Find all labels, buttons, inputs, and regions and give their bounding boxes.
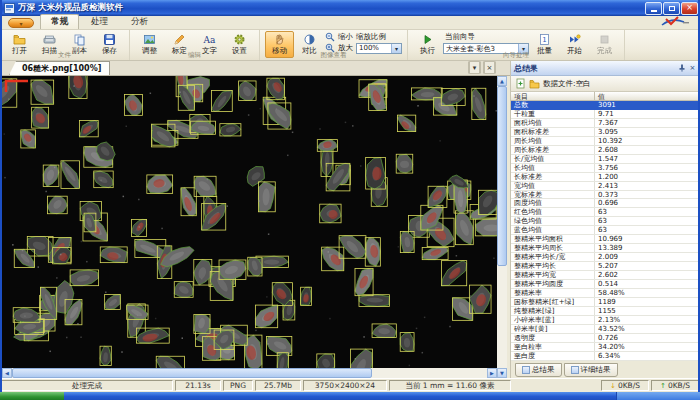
table-row[interactable]: 整精米率58.48% xyxy=(511,289,700,298)
scroll-left-icon[interactable]: ◀ xyxy=(2,368,12,378)
upload-speed: 0KB/S xyxy=(668,381,690,390)
row-item-value: 43.52% xyxy=(595,325,700,333)
table-row[interactable]: 透明度0.726 xyxy=(511,334,700,343)
table-row[interactable]: 宽均值2.413 xyxy=(511,182,700,191)
table-row[interactable]: 小碎米率[蓝]2.13% xyxy=(511,316,700,325)
tab-process[interactable]: 处理 xyxy=(80,14,119,29)
start-button-strip[interactable] xyxy=(0,392,64,400)
download-arrow-icon: ↓ xyxy=(610,382,616,390)
taskbar-strip[interactable] xyxy=(64,392,616,400)
table-row[interactable]: 国标整精米[红+绿]1189 xyxy=(511,298,700,307)
table-row[interactable]: 整精米平均面积10.969 xyxy=(511,235,700,244)
table-row[interactable]: 长标准差1.200 xyxy=(511,173,700,182)
table-row[interactable]: 千粒重9.71 xyxy=(511,110,700,119)
row-item-value: 1155 xyxy=(595,307,700,315)
row-item-label: 整精米平均长 xyxy=(511,262,595,270)
system-tray-strip[interactable] xyxy=(616,392,700,400)
status-bar: 处理完成 21.13s PNG 25.7Mb 3750×2400×24 当前 1… xyxy=(0,378,700,392)
pin-icon xyxy=(678,64,686,72)
table-row[interactable]: 垩白度6.34% xyxy=(511,352,700,361)
table-row[interactable]: 总数3091 xyxy=(511,101,700,110)
table-row[interactable]: 垩白粒率34.20% xyxy=(511,343,700,352)
hscroll-track[interactable] xyxy=(372,368,487,378)
open-folder-icon xyxy=(13,33,26,46)
close-button[interactable]: × xyxy=(681,2,698,15)
row-item-value: 3091 xyxy=(595,101,700,109)
app-menu-button[interactable]: ▾ xyxy=(8,18,34,28)
table-row[interactable]: 纯整精米[绿]1155 xyxy=(511,307,700,316)
row-item-value: 34.20% xyxy=(595,343,700,351)
document-controls: ▾ × xyxy=(468,61,496,74)
table-row[interactable]: 圆度均值0.696 xyxy=(511,199,700,208)
row-item-label: 国标整精米[红+绿] xyxy=(511,298,595,306)
minimize-button[interactable] xyxy=(645,2,662,15)
group-label-wizard: 向导处理 xyxy=(408,51,624,60)
row-item-label: 长标准差 xyxy=(511,173,595,181)
zoom-out-label[interactable]: 缩小 xyxy=(338,32,353,42)
table-row[interactable]: 碎米率[黄]43.52% xyxy=(511,325,700,334)
results-panel-header: 总结果 × xyxy=(511,61,700,76)
table-row[interactable]: 周长标准差2.608 xyxy=(511,146,700,155)
pin-button[interactable] xyxy=(676,63,687,74)
contrast-icon xyxy=(303,33,316,46)
table-row[interactable]: 长均值3.756 xyxy=(511,164,700,173)
orb-arrow-icon: ▾ xyxy=(19,20,22,27)
table-row[interactable]: 整精米平均圆度0.514 xyxy=(511,280,700,289)
row-item-label: 面积均值 xyxy=(511,119,595,127)
tab-detailed-results[interactable]: 详细结果 xyxy=(564,363,618,377)
zoom-out-icon[interactable] xyxy=(325,32,335,42)
copy-icon xyxy=(73,33,86,46)
vscroll-track[interactable] xyxy=(497,266,507,368)
restore-icon xyxy=(669,6,675,11)
table-row[interactable]: 宽标准差0.373 xyxy=(511,191,700,200)
table-row[interactable]: 整精米平均宽2.602 xyxy=(511,271,700,280)
text-tool-icon: Aa xyxy=(203,33,216,46)
vscroll-thumb[interactable] xyxy=(497,86,507,266)
results-table: 总数3091千粒重9.71面积均值7.367面积标准差3.095周长均值10.3… xyxy=(511,101,700,361)
row-item-label: 总数 xyxy=(511,101,595,109)
row-item-label: 整精米平均宽 xyxy=(511,271,595,279)
table-row[interactable]: 整精米平均长/宽2.009 xyxy=(511,253,700,262)
tab-summary-results[interactable]: 总结果 xyxy=(515,363,562,377)
datafile-new-icon[interactable] xyxy=(515,78,526,89)
summary-tab-label: 总结果 xyxy=(532,365,555,375)
specimen-image[interactable] xyxy=(2,76,497,368)
table-row[interactable]: 整精米平均周长13.389 xyxy=(511,244,700,253)
scroll-right-icon[interactable]: ▶ xyxy=(487,368,497,378)
tab-general[interactable]: 常规 xyxy=(40,14,79,29)
doc-collapse-button[interactable]: ▾ xyxy=(468,61,481,74)
restore-button[interactable] xyxy=(663,2,680,15)
batch-icon: 1 xyxy=(538,33,551,46)
row-item-label: 整精米平均面积 xyxy=(511,235,595,243)
taskbar[interactable] xyxy=(0,392,700,400)
play-icon xyxy=(421,33,434,46)
column-header-value: 值 xyxy=(595,92,700,100)
row-item-label: 周长均值 xyxy=(511,137,595,145)
table-row[interactable]: 蓝色均值63 xyxy=(511,226,700,235)
table-row[interactable]: 长/宽均值1.547 xyxy=(511,155,700,164)
horizontal-scrollbar[interactable]: ◀ ▶ xyxy=(2,368,497,378)
finish-icon xyxy=(598,33,611,46)
vertical-scrollbar[interactable]: ▲ ▼ xyxy=(497,76,507,378)
scroll-down-icon[interactable]: ▼ xyxy=(497,368,507,378)
document-area: 06糙米.png[100%] ▾ × ◀ ▶ ▲ ▼ xyxy=(0,61,510,378)
adjust-image-icon xyxy=(143,33,156,46)
hscroll-thumb[interactable] xyxy=(12,368,372,378)
datafile-open-icon[interactable] xyxy=(529,78,540,89)
row-item-value: 0.373 xyxy=(595,191,700,199)
document-tab[interactable]: 06糙米.png[100%] xyxy=(9,61,110,75)
table-row[interactable]: 整精米平均长5.207 xyxy=(511,262,700,271)
table-row[interactable]: 面积标准差3.095 xyxy=(511,128,700,137)
panel-close-button[interactable]: × xyxy=(687,63,698,74)
row-item-label: 纯整精米[绿] xyxy=(511,307,595,315)
table-row[interactable]: 周长均值10.392 xyxy=(511,137,700,146)
row-item-value: 63 xyxy=(595,208,700,216)
table-row[interactable]: 绿色均值63 xyxy=(511,217,700,226)
current-wizard-label: 当前向导 xyxy=(443,32,529,42)
row-item-value: 2.602 xyxy=(595,271,700,279)
tab-analysis[interactable]: 分析 xyxy=(120,14,159,29)
table-row[interactable]: 红色均值63 xyxy=(511,208,700,217)
doc-close-button[interactable]: × xyxy=(483,61,496,74)
table-row[interactable]: 面积均值7.367 xyxy=(511,119,700,128)
scroll-up-icon[interactable]: ▲ xyxy=(497,76,507,86)
